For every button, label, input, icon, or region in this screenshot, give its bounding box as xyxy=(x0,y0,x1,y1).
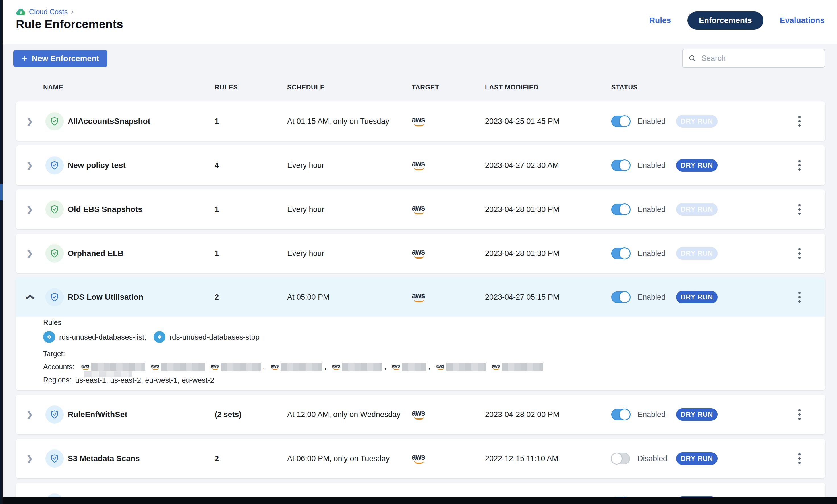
rules-count: 2 xyxy=(215,454,287,463)
regions-list: us-east-1, us-east-2, eu-west-1, eu-west… xyxy=(75,376,214,385)
row-main: ❯ Orphaned ELB 1 Every hour aws 2023-04-… xyxy=(16,234,825,273)
rule-chip[interactable]: ❖rds-unused-databases-stop xyxy=(154,331,260,343)
aws-logo-mini: aws xyxy=(81,364,89,370)
expand-chevron-icon[interactable]: ❯ xyxy=(26,410,33,419)
redacted-account-name xyxy=(446,363,486,371)
status-label: Disabled xyxy=(637,454,672,463)
details-target-label: Target: xyxy=(43,350,814,358)
row-menu-kebab-icon[interactable] xyxy=(797,451,802,466)
row-menu-kebab-icon[interactable] xyxy=(797,407,802,422)
status-cell: Enabled DRY RUN xyxy=(611,159,773,172)
tab-evaluations[interactable]: Evaluations xyxy=(780,16,824,25)
expand-chevron-icon[interactable]: ❯ xyxy=(26,454,33,463)
rule-enforcements-screen: $ Cloud Costs › Rule Enforcements Rules … xyxy=(0,0,837,504)
row-main: ❯ Old EBS Snapshots 1 Every hour aws 202… xyxy=(16,189,825,229)
expand-chevron-icon[interactable]: ❯ xyxy=(26,205,33,214)
redacted-account-name xyxy=(502,363,543,371)
dry-run-badge[interactable]: DRY RUN xyxy=(676,159,717,172)
enforcement-row: ❯ S3 Metadata Scans 2 At 06:00 PM, only … xyxy=(16,438,825,479)
status-label: Enabled xyxy=(637,117,672,126)
enabled-toggle[interactable] xyxy=(611,453,630,464)
row-menu-kebab-icon[interactable] xyxy=(797,202,802,217)
enforcement-shield-icon xyxy=(46,244,64,262)
cloud-costs-icon: $ xyxy=(16,8,25,16)
expand-chevron-icon[interactable]: ❯ xyxy=(26,116,33,126)
rules-count: 2 xyxy=(215,293,287,302)
aws-logo-mini: aws xyxy=(211,364,218,370)
aws-logo: aws xyxy=(412,204,425,214)
dry-run-badge[interactable]: DRY RUN xyxy=(676,247,717,260)
aws-logo-mini: aws xyxy=(436,364,444,370)
view-tabs: Rules Enforcements Evaluations xyxy=(649,11,824,30)
aws-logo: aws xyxy=(412,160,425,170)
rules-count: 1 xyxy=(215,205,287,214)
column-header-name: NAME xyxy=(43,83,215,91)
dry-run-badge[interactable]: DRY RUN xyxy=(676,291,717,303)
enforcement-row: ❯ Old EBS Snapshots 1 Every hour aws 202… xyxy=(16,189,825,229)
enforcement-row: ❯ AllAccountsSnapshot 1 At 01:15 AM, onl… xyxy=(16,101,825,141)
row-menu-kebab-icon[interactable] xyxy=(797,246,802,261)
enabled-toggle[interactable] xyxy=(611,409,630,420)
target-cell: aws xyxy=(412,116,485,127)
enforcement-shield-icon xyxy=(46,200,64,219)
enforcement-row: ❯ New policy test 4 Every hour aws 2023-… xyxy=(16,146,825,185)
rules-count: 1 xyxy=(215,249,287,258)
regions-row: Regions: us-east-1, us-east-2, eu-west-1… xyxy=(43,376,814,385)
column-header-last-modified: LAST MODIFIED xyxy=(485,83,611,91)
column-header-schedule: SCHEDULE xyxy=(287,83,412,91)
enabled-toggle[interactable] xyxy=(611,292,630,303)
expand-chevron-icon[interactable]: ❯ xyxy=(26,248,33,258)
column-header-status: STATUS xyxy=(611,83,773,91)
enforcement-name: S3 Metadata Scans xyxy=(66,454,215,463)
row-menu-kebab-icon[interactable] xyxy=(797,290,802,304)
rules-count: (2 sets) xyxy=(215,410,287,419)
row-menu-kebab-icon[interactable] xyxy=(797,114,802,128)
enforcement-rows: ❯ AllAccountsSnapshot 1 At 01:15 AM, onl… xyxy=(16,101,825,504)
enabled-toggle[interactable] xyxy=(611,248,630,259)
breadcrumb: $ Cloud Costs › xyxy=(16,7,74,16)
expand-chevron-icon[interactable]: ❯ xyxy=(26,161,33,170)
tab-enforcements[interactable]: Enforcements xyxy=(688,11,763,30)
aws-logo-mini: aws xyxy=(392,364,400,370)
row-menu-kebab-icon[interactable] xyxy=(797,158,802,172)
search-box xyxy=(682,49,825,68)
schedule-text: Every hour xyxy=(287,205,412,214)
dry-run-badge[interactable]: DRY RUN xyxy=(676,408,717,421)
status-cell: Disabled DRY RUN xyxy=(611,452,773,465)
dry-run-badge[interactable]: DRY RUN xyxy=(676,115,717,128)
schedule-text: At 12:00 AM, only on Wednesday xyxy=(287,410,412,419)
aws-logo: aws xyxy=(412,453,425,464)
enabled-toggle[interactable] xyxy=(611,204,630,215)
last-modified-text: 2023-04-27 05:15 PM xyxy=(485,293,611,302)
rule-chip[interactable]: ❖rds-unused-databases-list, xyxy=(43,331,146,343)
rule-chip-label: rds-unused-databases-stop xyxy=(170,333,260,341)
redacted-account: aws, xyxy=(271,362,326,371)
rule-icon: ❖ xyxy=(154,331,165,343)
regions-label: Regions: xyxy=(43,376,71,385)
status-label: Enabled xyxy=(637,410,672,419)
left-rail-scroll-indicator[interactable] xyxy=(0,184,3,200)
new-enforcement-button[interactable]: + New Enforcement xyxy=(13,50,107,67)
rules-count: 4 xyxy=(215,161,287,170)
target-cell: aws xyxy=(412,409,485,419)
enabled-toggle[interactable] xyxy=(611,116,630,127)
enabled-toggle[interactable] xyxy=(611,160,630,171)
status-cell: Enabled DRY RUN xyxy=(611,203,773,216)
redacted-account: aws xyxy=(151,363,205,371)
aws-logo-mini: aws xyxy=(271,364,278,370)
dry-run-badge[interactable]: DRY RUN xyxy=(676,452,717,465)
row-details: Rules ❖rds-unused-databases-list,❖rds-un… xyxy=(16,317,825,390)
row-main: ❯ New policy test 4 Every hour aws 2023-… xyxy=(16,146,825,185)
dry-run-badge[interactable]: DRY RUN xyxy=(676,203,717,216)
enforcement-row: ❯ RuleEnfWithSet (2 sets) At 12:00 AM, o… xyxy=(16,395,825,434)
status-cell: Enabled DRY RUN xyxy=(611,291,773,303)
search-input[interactable] xyxy=(701,54,819,63)
row-main: ❯ RuleEnfWithSet (2 sets) At 12:00 AM, o… xyxy=(16,395,825,434)
last-modified-text: 2022-12-15 11:10 AM xyxy=(485,454,611,463)
aws-logo: aws xyxy=(412,409,425,419)
tab-rules[interactable]: Rules xyxy=(649,16,671,25)
expand-chevron-icon[interactable]: ❯ xyxy=(25,294,34,300)
enforcement-shield-icon xyxy=(46,406,64,424)
row-main: ❯ RDS Low Utilisation 2 At 05:00 PM aws … xyxy=(16,278,825,317)
breadcrumb-cloud-costs-link[interactable]: Cloud Costs xyxy=(29,8,68,16)
